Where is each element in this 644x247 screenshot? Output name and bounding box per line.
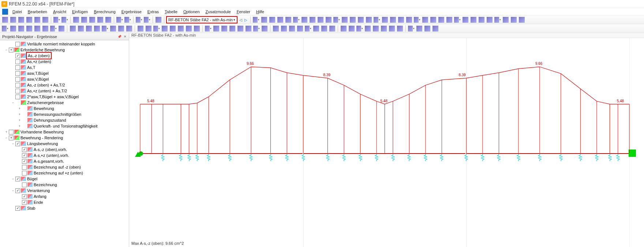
checkbox[interactable] [22, 147, 27, 152]
checkbox[interactable] [15, 42, 20, 47]
tree-row[interactable]: Stab [0, 205, 129, 211]
checkbox[interactable] [15, 83, 20, 88]
tb-r1-9[interactable] [325, 16, 332, 23]
result-canvas[interactable]: 5.489.668.395.488.399.665.48Max A-s,-z (… [129, 38, 644, 247]
menu-ansicht[interactable]: Ansicht [50, 9, 69, 15]
tb-r2-8[interactable] [69, 25, 76, 32]
expander-icon[interactable]: + [18, 111, 22, 117]
tree-row[interactable]: A-s,-z (oben),vorh. [0, 147, 129, 152]
checkbox[interactable] [15, 177, 20, 181]
tb-printprev[interactable] [42, 16, 49, 23]
tb-workpl[interactable] [116, 16, 123, 23]
checkbox[interactable] [22, 165, 27, 170]
tree-row[interactable]: As,T [0, 64, 129, 70]
tree-row[interactable]: −Zwischenergebnisse [0, 100, 129, 106]
expander-icon[interactable]: − [11, 188, 15, 193]
tb-r1-30[interactable] [494, 16, 501, 23]
expander-icon[interactable]: − [4, 135, 8, 141]
tb-r1-21[interactable] [422, 16, 429, 23]
tb-r2-42[interactable] [356, 25, 363, 32]
checkbox[interactable] [22, 194, 27, 199]
checkbox[interactable] [15, 89, 20, 93]
tb-r2-4[interactable] [34, 25, 41, 32]
tree-row[interactable]: A-s,+z (unten),vorh. [0, 152, 129, 158]
tb-r2-38[interactable] [321, 25, 328, 32]
checkbox[interactable] [15, 65, 20, 70]
tb-r2-43[interactable] [364, 25, 371, 32]
tb-r1-8[interactable] [317, 16, 324, 23]
tb-view-iso[interactable] [135, 16, 143, 23]
tb-view-xy[interactable] [143, 16, 151, 23]
tb-r2-35[interactable] [296, 25, 304, 32]
tree-row[interactable]: +Bemessungsschnittgrößen [0, 111, 129, 117]
tree-row[interactable]: Bezeichnung auf -z (oben) [0, 164, 129, 170]
checkbox[interactable] [9, 136, 14, 140]
menu-optionen[interactable]: Optionen [180, 9, 203, 15]
tb-r2-5[interactable] [42, 25, 49, 32]
tree-row[interactable]: +Dehnungszustand [0, 117, 129, 123]
menu-berechnung[interactable]: Berechnung [91, 9, 118, 15]
close-icon[interactable]: ✕ [124, 35, 127, 38]
expander-icon[interactable]: − [11, 141, 15, 147]
tb-r2-0[interactable] [1, 25, 9, 32]
tb-r1-32[interactable] [510, 16, 517, 23]
tb-r1-7[interactable] [309, 16, 316, 23]
tb-r2-34[interactable] [288, 25, 296, 32]
tb-r2-49[interactable] [416, 25, 423, 32]
tb-r2-11[interactable] [93, 25, 101, 32]
tree-row[interactable]: As,-z (oben) + As,T/2 [0, 82, 129, 88]
tree-row[interactable]: +Querkraft- und Torsionstragfähigkeit [0, 123, 129, 129]
menu-tabelle[interactable]: Tabelle [162, 9, 180, 15]
tb-r1-29[interactable] [486, 16, 493, 23]
tb-r2-44[interactable] [372, 25, 379, 32]
tb-r2-7[interactable] [58, 25, 65, 32]
tb-r1-15[interactable] [373, 16, 381, 23]
menu-bearbeiten[interactable]: Bearbeiten [25, 9, 50, 15]
tb-r1-27[interactable] [470, 16, 477, 23]
checkbox[interactable] [15, 59, 20, 64]
tb-osnap[interactable] [97, 16, 104, 23]
tb-r2-37[interactable] [312, 25, 320, 32]
tree-row[interactable]: Bezeichnung auf +z (unten) [0, 170, 129, 176]
pin-icon[interactable]: 📌 [117, 35, 121, 38]
navigator-tree[interactable]: Verläufe normiert miteinander koppeln−Er… [0, 40, 129, 247]
tb-grid[interactable] [89, 16, 96, 23]
tb-r1-10[interactable] [333, 16, 340, 23]
menu-fenster[interactable]: Fenster [234, 9, 253, 15]
tb-calc[interactable] [155, 16, 162, 23]
expander-icon[interactable]: + [18, 117, 22, 123]
menu-ergebnisse[interactable]: Ergebnisse [119, 9, 145, 15]
tb-r2-18[interactable] [153, 25, 160, 32]
checkbox[interactable] [22, 183, 27, 187]
tree-row[interactable]: −Verankerung [0, 188, 129, 193]
tb-r1-3[interactable] [277, 16, 284, 23]
tb-r1-24[interactable] [446, 16, 453, 23]
tb-r2-21[interactable] [177, 25, 184, 32]
tree-row[interactable]: Bezeichnung [0, 182, 129, 188]
tb-r2-50[interactable] [424, 25, 431, 32]
tb-r1-23[interactable] [438, 16, 445, 23]
tb-r1-20[interactable] [413, 16, 421, 23]
tb-r1-14[interactable] [365, 16, 372, 23]
tb-save[interactable] [18, 16, 25, 23]
tb-r2-22[interactable] [185, 25, 192, 32]
tb-r2-1[interactable] [10, 25, 17, 32]
tb-r2-39[interactable] [329, 25, 336, 32]
tb-r1-6[interactable] [301, 16, 308, 23]
tree-row[interactable]: As,+z (unten) + As,T/2 [0, 88, 129, 94]
checkbox[interactable] [15, 54, 20, 58]
tb-r2-17[interactable] [145, 25, 152, 32]
checkbox[interactable] [15, 206, 20, 211]
tree-row[interactable]: As,+z (unten) [0, 59, 129, 64]
tb-r1-1[interactable] [261, 16, 268, 23]
tb-r1-0[interactable] [252, 16, 260, 23]
checkbox[interactable] [15, 77, 20, 82]
tb-r1-5[interactable] [293, 16, 300, 23]
tb-r2-3[interactable] [26, 25, 33, 32]
tb-r1-26[interactable] [462, 16, 469, 23]
tb-r2-33[interactable] [280, 25, 288, 32]
tree-row[interactable]: −Längsbewehrung [0, 141, 129, 147]
checkbox[interactable] [15, 141, 20, 146]
menu-einfügen[interactable]: Einfügen [69, 9, 91, 15]
expander-icon[interactable]: + [4, 129, 8, 135]
